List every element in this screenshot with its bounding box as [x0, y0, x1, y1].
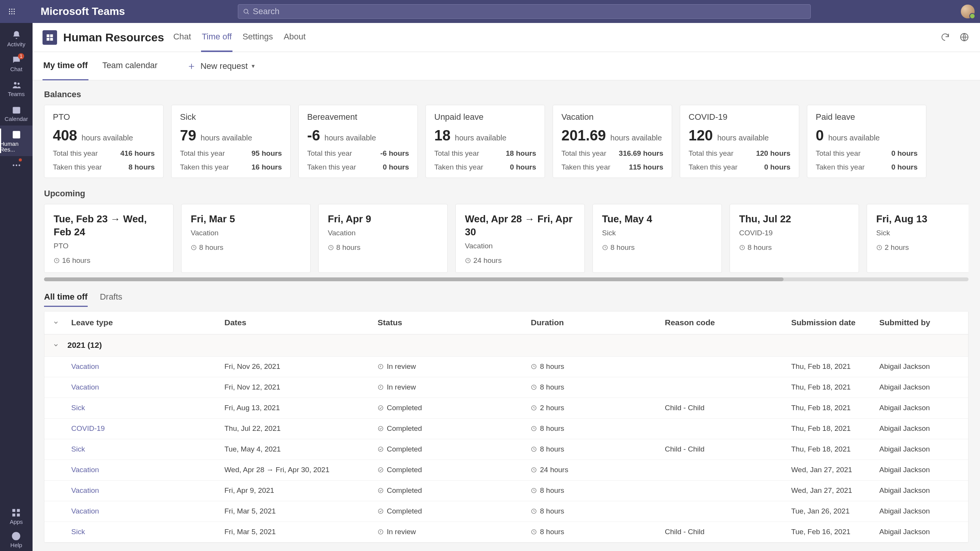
leave-type-link[interactable]: Vacation	[71, 362, 99, 370]
tab-chat[interactable]: Chat	[172, 23, 191, 52]
balance-card[interactable]: Unpaid leave 18 hours available Total th…	[425, 105, 545, 178]
upcoming-card[interactable]: Tue, May 4 Sick 8 hours	[592, 204, 722, 273]
chat-badge: 1	[18, 53, 24, 59]
total-value: 18 hours	[506, 149, 536, 158]
row-dates: Tue, May 4, 2021	[221, 445, 374, 453]
upcoming-card[interactable]: Tue, Feb 23 → Wed, Feb 24 PTO 16 hours	[44, 204, 173, 273]
col-duration[interactable]: Duration	[527, 318, 661, 327]
leave-type-link[interactable]: Sick	[71, 445, 85, 453]
col-submitted-by[interactable]: Submitted by	[875, 318, 968, 327]
globe-icon[interactable]	[959, 32, 970, 43]
table-row[interactable]: Sick Fri, Mar 5, 2021 In review 8 hours …	[44, 522, 968, 543]
pivot-all-time-off[interactable]: All time off	[44, 292, 88, 307]
col-dates[interactable]: Dates	[221, 318, 374, 327]
upcoming-card[interactable]: Wed, Apr 28 → Fri, Apr 30 Vacation 24 ho…	[455, 204, 585, 273]
table-row[interactable]: Sick Fri, Aug 13, 2021 Completed 2 hours…	[44, 398, 968, 419]
search-input[interactable]	[253, 7, 806, 16]
table-row[interactable]: Vacation Fri, Mar 5, 2021 Completed 8 ho…	[44, 501, 968, 522]
upcoming-date: Tue, Feb 23 → Wed, Feb 24	[54, 213, 164, 239]
col-reason[interactable]: Reason code	[661, 318, 787, 327]
clock-icon	[531, 425, 537, 432]
user-avatar[interactable]	[961, 5, 975, 18]
rail-more[interactable]	[0, 156, 33, 175]
balance-card[interactable]: Bereavement -6 hours available Total thi…	[298, 105, 418, 178]
row-submission: Tue, Feb 16, 2021	[787, 528, 875, 536]
table-row[interactable]: Vacation Fri, Nov 12, 2021 In review 8 h…	[44, 377, 968, 398]
row-submission: Thu, Feb 18, 2021	[787, 362, 875, 371]
rail-help[interactable]: Help	[10, 528, 23, 551]
rail-human-resources[interactable]: Human Res...	[0, 126, 33, 156]
upcoming-card[interactable]: Fri, Mar 5 Vacation 8 hours	[181, 204, 311, 273]
collapse-all-icon[interactable]	[44, 320, 67, 326]
balance-card[interactable]: Vacation 201.69 hours available Total th…	[553, 105, 672, 178]
brand-title: Microsoft Teams	[41, 5, 125, 18]
leave-type-link[interactable]: Vacation	[71, 486, 99, 494]
search-box[interactable]	[238, 4, 811, 19]
table-row[interactable]: Sick Tue, May 4, 2021 Completed 8 hours …	[44, 439, 968, 460]
tab-about[interactable]: About	[283, 23, 307, 52]
row-dates: Fri, Mar 5, 2021	[221, 507, 374, 515]
bell-icon	[11, 30, 22, 41]
leave-type-link[interactable]: Sick	[71, 528, 85, 536]
help-icon	[11, 531, 21, 541]
col-submission[interactable]: Submission date	[787, 318, 875, 327]
upcoming-card[interactable]: Fri, Apr 9 Vacation 8 hours	[318, 204, 448, 273]
table-row[interactable]: Vacation Fri, Apr 9, 2021 Completed 8 ho…	[44, 481, 968, 501]
horizontal-scrollbar[interactable]	[44, 277, 969, 281]
rail-chat[interactable]: 1 Chat	[0, 51, 33, 76]
row-submitted-by: Abigail Jackson	[875, 362, 968, 371]
table-row[interactable]: Vacation Fri, Nov 26, 2021 In review 8 h…	[44, 357, 968, 377]
svg-point-16	[15, 165, 17, 166]
table-row[interactable]: Vacation Wed, Apr 28 → Fri, Apr 30, 2021…	[44, 460, 968, 481]
total-label: Total this year	[434, 149, 479, 158]
upcoming-card[interactable]: Thu, Jul 22 COVID-19 8 hours	[730, 204, 859, 273]
rail-calendar[interactable]: Calendar	[0, 101, 33, 126]
upcoming-cards: Tue, Feb 23 → Wed, Feb 24 PTO 16 hours F…	[44, 204, 969, 276]
row-reason: Child - Child	[661, 404, 787, 412]
leave-type-link[interactable]: Sick	[71, 404, 85, 412]
rail-label: Human Res...	[0, 141, 33, 152]
upcoming-type: Vacation	[328, 229, 438, 237]
rail-teams[interactable]: Teams	[0, 76, 33, 101]
svg-point-39	[378, 406, 383, 410]
new-request-button[interactable]: ＋ New request ▾	[187, 59, 255, 73]
pivot-drafts[interactable]: Drafts	[100, 292, 123, 307]
balance-amount: 408	[53, 127, 77, 144]
balance-card[interactable]: PTO 408 hours available Total this year4…	[44, 105, 164, 178]
clock-icon	[531, 364, 537, 370]
tab-settings[interactable]: Settings	[242, 23, 274, 52]
app-launcher-icon[interactable]	[5, 5, 18, 18]
balance-card[interactable]: Sick 79 hours available Total this year9…	[171, 105, 291, 178]
row-submitted-by: Abigail Jackson	[875, 466, 968, 474]
tab-time-off[interactable]: Time off	[201, 23, 232, 52]
upcoming-card[interactable]: Fri, Aug 13 Sick 2 hours	[867, 204, 969, 273]
balance-amount: 0	[816, 127, 824, 144]
taken-label: Taken this year	[434, 163, 483, 171]
table-group-row[interactable]: 2021 (12)	[44, 334, 968, 357]
balance-card[interactable]: Paid leave 0 hours available Total this …	[807, 105, 926, 178]
rail-apps[interactable]: Apps	[10, 504, 23, 528]
leave-type-link[interactable]: Vacation	[71, 466, 99, 474]
col-status[interactable]: Status	[374, 318, 527, 327]
tool-tab-team-calendar[interactable]: Team calendar	[101, 52, 158, 80]
col-leave-type[interactable]: Leave type	[67, 318, 221, 327]
app-header: Human Resources Chat Time off Settings A…	[33, 23, 980, 52]
refresh-icon[interactable]	[940, 32, 951, 43]
svg-rect-20	[13, 514, 16, 517]
upcoming-type: Sick	[876, 229, 969, 237]
rail-activity[interactable]: Activity	[0, 26, 33, 51]
teams-icon	[11, 80, 22, 90]
balance-card[interactable]: COVID-19 120 hours available Total this …	[680, 105, 799, 178]
page-title: Human Resources	[63, 31, 164, 44]
table-row[interactable]: COVID-19 Thu, Jul 22, 2021 Completed 8 h…	[44, 419, 968, 439]
leave-type-link[interactable]: Vacation	[71, 383, 99, 391]
row-duration: 8 hours	[540, 528, 564, 536]
in-review-icon	[378, 364, 384, 370]
chevron-down-icon: ▾	[252, 62, 255, 70]
clock-icon	[328, 245, 334, 251]
leave-type-link[interactable]: Vacation	[71, 507, 99, 515]
scrollbar-thumb[interactable]	[44, 277, 784, 281]
leave-type-link[interactable]: COVID-19	[71, 424, 105, 432]
taken-value: 0 hours	[510, 163, 536, 171]
tool-tab-my-time-off[interactable]: My time off	[43, 52, 88, 80]
